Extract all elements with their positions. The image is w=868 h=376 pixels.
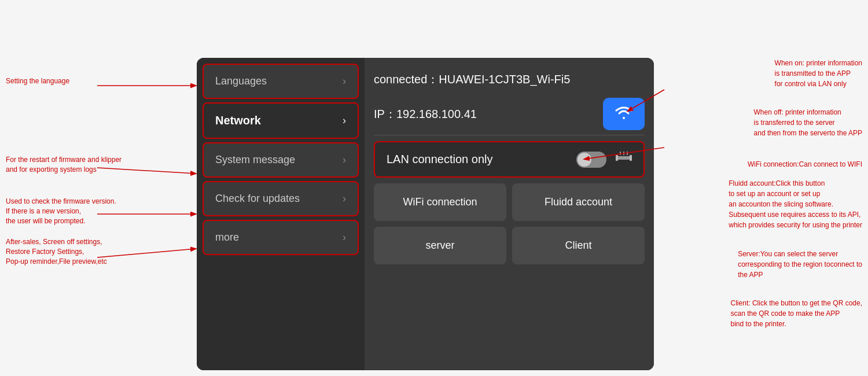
wifi-icon	[613, 104, 634, 124]
lan-label: LAN connection only	[387, 153, 492, 166]
ann-wifi-conn: WiFi connection:Can connect to WIFI	[748, 159, 862, 169]
check-updates-label: Check for updates	[215, 193, 300, 205]
menu-item-check-updates[interactable]: Check for updates ›	[203, 181, 359, 216]
client-button[interactable]: Client	[512, 227, 645, 264]
svg-rect-2	[630, 155, 632, 161]
more-label: more	[215, 231, 239, 244]
ann-languages: Setting the language	[6, 76, 69, 86]
menu-item-network[interactable]: Network ›	[203, 102, 359, 139]
network-label: Network	[215, 114, 261, 127]
action-buttons: WiFi connection Fluidd account server Cl…	[374, 183, 645, 264]
ann-server: Server:You can select the servercorrespo…	[738, 249, 862, 280]
device-panel: Languages › Network › System message › C…	[197, 58, 654, 370]
menu-item-more[interactable]: more ›	[203, 220, 359, 255]
svg-line-23	[97, 249, 196, 257]
network-chevron: ›	[343, 115, 346, 127]
wifi-connection-button[interactable]: WiFi connection	[374, 183, 506, 221]
ann-lan-on: When on: printer informationis transmitt…	[775, 58, 862, 89]
system-message-label: System message	[215, 154, 295, 166]
menu-item-system-message[interactable]: System message ›	[203, 142, 359, 178]
ann-system: For the restart of firmware and klippera…	[6, 155, 122, 175]
ann-client: Client: Click the button to get the QR c…	[731, 298, 862, 329]
ann-lan-off: When off: printer informationis transfer…	[754, 107, 862, 138]
cable-icon	[616, 150, 632, 168]
toggle-row	[576, 150, 632, 168]
languages-chevron: ›	[343, 75, 346, 87]
ann-updates: Used to check the firmware version.If th…	[6, 197, 116, 226]
svg-rect-0	[617, 156, 631, 160]
server-button[interactable]: server	[374, 227, 506, 264]
svg-rect-1	[616, 155, 618, 161]
wifi-button[interactable]	[603, 98, 645, 130]
check-updates-chevron: ›	[343, 193, 346, 205]
system-message-chevron: ›	[343, 154, 346, 166]
ip-row: IP：192.168.100.41	[374, 98, 645, 135]
right-panel: connected：HUAWEI-1CJT3B_Wi-Fi5 IP：192.16…	[365, 58, 654, 370]
languages-label: Languages	[215, 75, 267, 87]
connected-status: connected：HUAWEI-1CJT3B_Wi-Fi5	[374, 67, 645, 92]
ann-fluidd: Fluidd account:Click this buttonto set u…	[729, 178, 862, 230]
left-menu: Languages › Network › System message › C…	[197, 58, 365, 370]
fluidd-account-button[interactable]: Fluidd account	[512, 183, 645, 221]
menu-item-languages[interactable]: Languages ›	[203, 64, 359, 99]
lan-row: LAN connection only	[374, 141, 645, 178]
more-chevron: ›	[343, 231, 346, 244]
left-arrows-svg	[0, 0, 197, 376]
lan-toggle[interactable]	[576, 152, 606, 168]
toggle-knob	[578, 153, 591, 167]
ip-address: IP：192.168.100.41	[374, 106, 596, 122]
ann-more: After-sales, Screen off settings,Restore…	[6, 237, 107, 266]
